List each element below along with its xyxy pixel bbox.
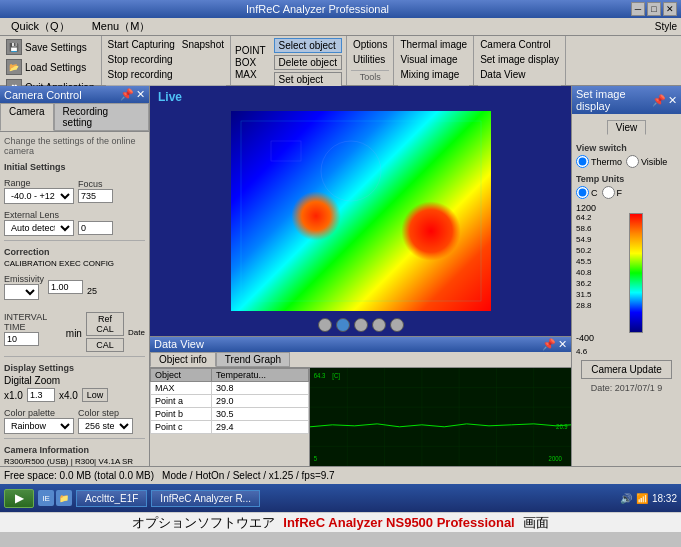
tray-icon-2: 📶 (636, 493, 648, 504)
trend-graph: 64.3 5 2000 26.9 [C] (310, 368, 571, 466)
select-object-button[interactable]: Select object (274, 38, 342, 53)
load-settings-button[interactable]: 📂 Load Settings (4, 58, 97, 76)
svg-text:2000: 2000 (549, 454, 562, 462)
emissivity-input[interactable] (48, 280, 83, 294)
ref-cal-button[interactable]: Ref CAL (86, 312, 124, 336)
scale-val-8: 28.8 (576, 301, 592, 310)
svg-text:5: 5 (314, 454, 317, 462)
step-select[interactable]: 256 step (78, 418, 133, 434)
menu-item-menu[interactable]: Menu（M） (85, 17, 158, 36)
mode-status: Mode / HotOn / Select / x1.25 / fps=9.7 (162, 470, 335, 481)
menu-item-quick[interactable]: Quick（Q） (4, 17, 77, 36)
palette-select[interactable]: Rainbow (4, 418, 74, 434)
data-close-icon[interactable]: ✕ (558, 338, 567, 351)
ctrl-btn-3[interactable] (354, 318, 368, 332)
bottom-highlight: InfReC Analyzer NS9500 Professional (283, 515, 514, 530)
amb-value: 25 (87, 286, 97, 296)
live-controls (318, 318, 404, 332)
save-settings-button[interactable]: 💾 Save Settings (4, 38, 97, 56)
palette-row: Color palette Rainbow Color step 256 ste… (4, 404, 145, 434)
view-switch-label: View switch (576, 143, 677, 153)
table-row: MAX 30.8 (151, 382, 309, 395)
step-label: Color step (78, 408, 133, 418)
set-object-button[interactable]: Set object (274, 72, 342, 87)
external-lens-input[interactable] (78, 221, 113, 235)
svg-rect-2 (271, 141, 301, 161)
close-button[interactable]: ✕ (663, 2, 677, 16)
fahrenheit-label: F (617, 188, 623, 198)
title-bar: InfReC Analyzer Professional ─ □ ✕ (0, 0, 681, 18)
date-label: Date: 2017/07/1 9 (576, 383, 677, 393)
scale-val-6: 36.2 (576, 279, 592, 288)
camera-panel-content: Change the settings of the online camera… (0, 132, 149, 466)
celsius-radio[interactable] (576, 186, 589, 199)
start-button[interactable]: ▶ (4, 489, 34, 508)
panel-controls[interactable]: 📌 ✕ (120, 88, 145, 101)
recording-setting-tab[interactable]: Recording setting (54, 103, 149, 131)
obj-name-2: Point a (151, 395, 212, 408)
view-switch-radio-group: Thermo Visible (576, 155, 677, 168)
visual-image-button[interactable]: Visual image (398, 53, 469, 66)
zoom-label: Digital Zoom (4, 375, 60, 386)
taskbar-icon-1: IE (38, 490, 54, 506)
options-button[interactable]: Options (351, 38, 389, 51)
camera-tab[interactable]: Camera (0, 103, 54, 131)
data-view-controls[interactable]: 📌 ✕ (542, 338, 567, 351)
restore-button[interactable]: □ (647, 2, 661, 16)
camera-control-title: Camera Control 📌 ✕ (0, 86, 149, 103)
lens-select[interactable]: Auto detect (4, 220, 74, 236)
focus-input[interactable] (78, 189, 113, 203)
zoom-input[interactable] (27, 388, 55, 402)
stop-recording-button2[interactable]: Stop recording (106, 68, 227, 81)
ctrl-btn-1[interactable] (318, 318, 332, 332)
range-select[interactable]: -40.0 - +120.0 (4, 188, 74, 204)
start-capturing-button[interactable]: Start Capturing Snapshot (106, 38, 227, 51)
emissivity-select[interactable] (4, 284, 39, 300)
live-view: Live (150, 86, 571, 336)
data-pin-icon[interactable]: 📌 (542, 338, 556, 351)
set-image-display-button[interactable]: Set image display (478, 53, 561, 66)
scale-max-label: 1200 (576, 203, 677, 213)
utilities-button[interactable]: Utilities (351, 53, 389, 66)
right-panel-controls[interactable]: 📌 ✕ (652, 94, 677, 107)
thermal-image-button[interactable]: Thermal image (398, 38, 469, 51)
right-close-icon[interactable]: ✕ (668, 94, 677, 107)
interval-input[interactable] (4, 332, 39, 346)
date-placeholder: Date (128, 318, 145, 337)
object-info-tab[interactable]: Object info (150, 352, 216, 367)
window-controls[interactable]: ─ □ ✕ (631, 2, 677, 16)
trend-graph-tab[interactable]: Trend Graph (216, 352, 290, 367)
camera-model: R300/R500 (USB) | R300| V4.1A SR (4, 457, 145, 466)
delete-object-button[interactable]: Delete object (274, 55, 342, 70)
thermo-radio[interactable] (576, 155, 589, 168)
ctrl-btn-4[interactable] (372, 318, 386, 332)
low-button[interactable]: Low (82, 388, 109, 402)
minimize-button[interactable]: ─ (631, 2, 645, 16)
view-tab[interactable]: View (607, 120, 647, 135)
mixing-image-button[interactable]: Mixing image (398, 68, 469, 81)
camera-info-header: Camera Information (4, 445, 145, 455)
taskbar-acclttc-button[interactable]: Acclttc_E1F (76, 490, 147, 507)
memory-status: Free space: 0.0 MB (total 0.0 MB) (4, 470, 154, 481)
camera-control-button[interactable]: Camera Control (478, 38, 561, 51)
camera-update-button[interactable]: Camera Update (581, 360, 672, 379)
camera-control-panel: Camera Control 📌 ✕ Camera Recording sett… (0, 86, 150, 466)
visible-radio[interactable] (626, 155, 639, 168)
fahrenheit-radio[interactable] (602, 186, 615, 199)
stop-recording-button[interactable]: Stop recording (106, 53, 227, 66)
camera-description: Change the settings of the online camera (4, 136, 145, 156)
ctrl-btn-2[interactable] (336, 318, 350, 332)
right-pin-icon[interactable]: 📌 (652, 94, 666, 107)
panel-pin-icon[interactable]: 📌 (120, 88, 134, 101)
cal-button[interactable]: CAL (86, 338, 124, 352)
ctrl-btn-5[interactable] (390, 318, 404, 332)
divider3 (4, 438, 145, 439)
svg-text:[C]: [C] (332, 371, 340, 380)
menu-bar: Quick（Q） Menu（M） Style (0, 18, 681, 36)
interval-label: INTERVAL TIME (4, 312, 62, 332)
taskbar-infrec-button[interactable]: InfReC Analyzer R... (151, 490, 260, 507)
data-view-button[interactable]: Data View (478, 68, 561, 81)
toolbar-recording-group: Start Capturing Snapshot Stop recording … (102, 36, 232, 85)
panel-close-icon[interactable]: ✕ (136, 88, 145, 101)
table-row: Point c 29.4 (151, 421, 309, 434)
